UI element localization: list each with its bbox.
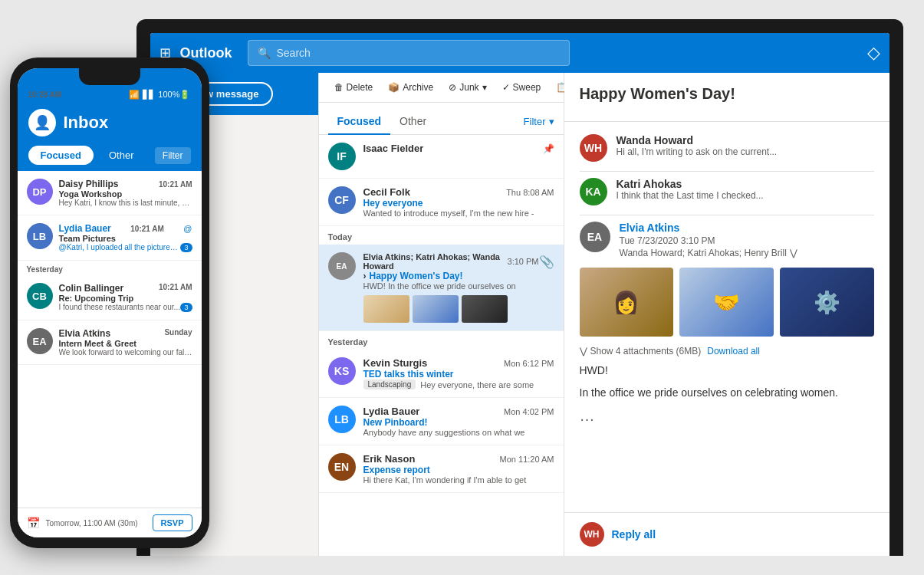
reply-all-button[interactable]: Reply all [612, 528, 656, 540]
phone-tab-other[interactable]: Other [100, 146, 143, 165]
email-list-panel: 🗑 Delete 📦 Archive ⊘ Junk ▾ [319, 73, 564, 556]
phone-body-colin: Colin Ballinger 10:21 AM Re: Upcoming Tr… [59, 283, 192, 312]
attachment-icon: 📎 [539, 255, 554, 269]
email-list: IF Isaac Fielder 📌 CF [319, 135, 564, 556]
thumbnail-strip [363, 295, 554, 323]
outlook-toolbar: 🗑 Delete 📦 Archive ⊘ Junk ▾ [319, 73, 564, 103]
expand-attachments-icon: ⋁ [580, 346, 587, 356]
phone-tabs: Focused Other Filter [18, 146, 202, 171]
avatar-cecil: CF [328, 186, 356, 214]
more-content-btn[interactable]: … [580, 407, 874, 425]
avatar-erik: EN [328, 453, 356, 481]
email-meta-lydia: Lydia Bauer Mon 4:02 PM [363, 406, 554, 417]
sweep-button[interactable]: ✓ Sweep [496, 79, 547, 96]
email-item-lydia[interactable]: LB Lydia Bauer Mon 4:02 PM New Pinboard!… [319, 398, 564, 445]
email-item-elvia-group[interactable]: EA Elvia Atkins; Katri Ahokas; Wanda How… [319, 245, 564, 331]
email-meta-isaac: Isaac Fielder 📌 [363, 143, 554, 154]
email-body-elvia-group: Elvia Atkins; Katri Ahokas; Wanda Howard… [363, 252, 554, 323]
avatar-lydia: LB [328, 406, 356, 433]
atkins-info: Elvia Atkins Tue 7/23/2020 3:10 PM Wanda… [620, 222, 797, 258]
calendar-icon: 📅 [27, 517, 40, 529]
junk-icon: ⊘ [449, 82, 456, 93]
rsvp-button[interactable]: RSVP [153, 514, 192, 531]
phone-tab-focused[interactable]: Focused [28, 146, 94, 165]
email-body-kevin: Kevin Sturgis Mon 6:12 PM TED talks this… [363, 357, 554, 389]
phone-yesterday-header: Yesterday [18, 261, 202, 275]
tab-focused[interactable]: Focused [328, 109, 391, 135]
phone-body-elvia: Elvia Atkins Sunday Intern Meet & Greet … [59, 328, 192, 356]
phone-user-avatar[interactable]: 👤 [28, 109, 56, 136]
reminder-text: Tomorrow, 11:00 AM (30m) [46, 519, 146, 527]
email-detail-title: Happy Women's Day! [580, 85, 874, 103]
search-icon: 🔍 [258, 47, 271, 59]
tab-other[interactable]: Other [390, 109, 436, 135]
phone-email-lydia[interactable]: LB Lydia Bauer 10:21 AM @ Team Pictures … [18, 215, 202, 261]
email-item-cecil[interactable]: CF Cecil Folk Thu 8:08 AM Hey everyone W… [319, 179, 564, 226]
detail-content: WH Wanda Howard Hi all, I'm writing to a… [564, 122, 889, 512]
phone-email-list: DP Daisy Phillips 10:21 AM Yoga Workshop… [18, 171, 202, 508]
email-item-kevin[interactable]: KS Kevin Sturgis Mon 6:12 PM TED talks t… [319, 350, 564, 398]
phone-body-lydia: Lydia Bauer 10:21 AM @ Team Pictures @Ka… [59, 223, 192, 252]
wifi-icon: 📶 [129, 90, 140, 100]
signal-icon: ▋▋ [143, 90, 155, 100]
phone-filter-btn[interactable]: Filter [155, 147, 191, 164]
at-icon: @ [183, 224, 192, 233]
email-meta-cecil: Cecil Folk Thu 8:08 AM [363, 186, 554, 198]
search-bar[interactable]: 🔍 [248, 40, 570, 66]
phone-email-daisy[interactable]: DP Daisy Phillips 10:21 AM Yoga Workshop… [18, 171, 202, 215]
phone-body-daisy: Daisy Phillips 10:21 AM Yoga Workshop He… [59, 179, 192, 207]
phone-inbox-title: Inbox [64, 113, 109, 133]
phone-screen: 10:28 AM 📶 ▋▋ 100%🔋 👤 Inbox Focused Othe… [18, 68, 202, 537]
message-detail: Happy Women's Day! WH Wanda Howard Hi al… [564, 73, 889, 556]
message-row-elvia: EA Elvia Atkins Tue 7/23/2020 3:10 PM Wa… [580, 222, 874, 258]
phone-status-icons: 📶 ▋▋ 100%🔋 [129, 90, 190, 100]
phone-notch [79, 68, 140, 85]
detail-header: Happy Women's Day! [564, 73, 889, 122]
outlook-topbar: ⊞ Outlook 🔍 ◇ [150, 33, 889, 73]
message-row-katri: KA Katri Ahokas I think that the Last ti… [580, 178, 874, 205]
sender-info-wanda: Wanda Howard Hi all, I'm writing to ask … [617, 134, 874, 157]
email-body-erik: Erik Nason Mon 11:20 AM Expense report H… [363, 453, 554, 485]
email-body-cecil: Cecil Folk Thu 8:08 AM Hey everyone Want… [363, 186, 554, 218]
phone-avatar-elvia: EA [27, 328, 53, 354]
filter-button[interactable]: Filter ▾ [524, 116, 554, 127]
attachment-img-1: 👩 [580, 268, 674, 337]
email-body-isaac: Isaac Fielder 📌 [363, 143, 554, 154]
laptop-screen: ⊞ Outlook 🔍 ◇ ☰ New message [150, 33, 889, 556]
archive-icon: 📦 [388, 82, 400, 93]
email-item-isaac[interactable]: IF Isaac Fielder 📌 [319, 135, 564, 179]
download-all-btn[interactable]: Download all [707, 346, 760, 356]
email-body-text-1: HWD! [580, 363, 874, 379]
today-header: Today [319, 226, 564, 245]
phone-email-colin[interactable]: CB Colin Ballinger 10:21 AM Re: Upcoming… [18, 275, 202, 320]
sweep-icon: ✓ [502, 82, 510, 93]
avatar-elvia-group: EA [328, 252, 356, 280]
archive-button[interactable]: 📦 Archive [382, 79, 439, 96]
pin-icon: 📌 [543, 143, 554, 154]
phone-email-elvia[interactable]: EA Elvia Atkins Sunday Intern Meet & Gre… [18, 320, 202, 365]
sender-info-katri: Katri Ahokas I think that the Last time … [617, 178, 874, 201]
delete-icon: 🗑 [334, 82, 344, 93]
phone-frame: 10:28 AM 📶 ▋▋ 100%🔋 👤 Inbox Focused Othe… [10, 58, 209, 548]
junk-chevron: ▾ [482, 82, 487, 93]
battery-icon: 100%🔋 [158, 90, 190, 100]
delete-button[interactable]: 🗑 Delete [328, 79, 380, 96]
avatar-katri: KA [580, 178, 607, 205]
avatar-isaac: IF [328, 143, 356, 170]
email-meta-kevin: Kevin Sturgis Mon 6:12 PM [363, 357, 554, 369]
avatar-reply: WH [580, 522, 604, 547]
avatar-kevin: KS [328, 357, 356, 385]
landscaping-tag: Landscaping [363, 380, 416, 389]
email-meta-erik: Erik Nason Mon 11:20 AM [363, 453, 554, 465]
junk-button[interactable]: ⊘ Junk ▾ [442, 79, 492, 96]
search-input[interactable] [277, 47, 560, 59]
expand-icon[interactable]: ⋁ [790, 248, 797, 258]
message-row-wanda: WH Wanda Howard Hi all, I'm writing to a… [580, 134, 874, 162]
divider-2 [580, 215, 874, 215]
phone-reminder: 📅 Tomorrow, 11:00 AM (30m) RSVP [18, 508, 202, 537]
show-attachments-btn[interactable]: ⋁ Show 4 attachments (6MB) [580, 346, 702, 356]
email-body-text-2: In the office we pride ourselves on cele… [580, 385, 874, 401]
email-item-erik[interactable]: EN Erik Nason Mon 11:20 AM Expense repor… [319, 445, 564, 493]
divider-1 [580, 171, 874, 172]
phone-time: 10:28 AM [28, 90, 62, 99]
